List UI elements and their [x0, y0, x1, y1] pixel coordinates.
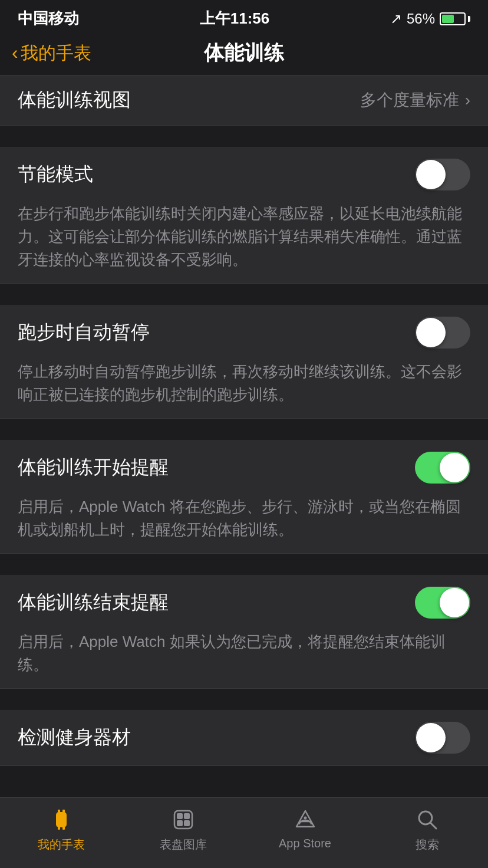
section-separator-1 [0, 126, 488, 147]
end-reminder-row: 体能训练结束提醒 启用后，Apple Watch 如果认为您已完成，将提醒您结束… [0, 575, 488, 689]
power-saving-toggle[interactable] [415, 159, 470, 190]
auto-pause-description: 停止移动时自动暂停跑步训练，再次移动时继续该训练。这不会影响正被已连接的跑步机控… [0, 360, 488, 418]
tab-app-store[interactable]: App Store [264, 805, 347, 850]
svg-rect-7 [177, 813, 183, 819]
power-saving-label: 节能模式 [18, 162, 93, 188]
svg-point-11 [304, 817, 306, 820]
section-separator-5 [0, 689, 488, 710]
back-label: 我的手表 [21, 41, 91, 65]
tab-bar: 我的手表 表盘图库 App Store [0, 797, 488, 868]
settings-content: 体能训练视图 多个度量标准 › 节能模式 在步行和跑步体能训练时关闭内建心率感应… [0, 75, 488, 843]
toggle-thumb [416, 318, 446, 347]
workout-view-value: 多个度量标准 › [360, 89, 470, 111]
start-reminder-toggle[interactable] [415, 452, 470, 484]
end-reminder-label: 体能训练结束提醒 [18, 590, 169, 616]
section-separator-4 [0, 554, 488, 575]
watch-face-icon [169, 805, 198, 834]
tab-watch-face-label: 表盘图库 [160, 837, 207, 853]
app-store-icon [291, 805, 320, 834]
svg-rect-9 [177, 820, 183, 826]
svg-rect-3 [62, 810, 65, 813]
section-separator-3 [0, 419, 488, 440]
auto-pause-toggle[interactable] [415, 317, 470, 348]
svg-rect-5 [62, 827, 65, 830]
chevron-right-icon: › [465, 91, 470, 110]
svg-rect-1 [57, 813, 65, 826]
carrier-label: 中国移动 [18, 8, 79, 29]
status-right: ↗ 56% [390, 11, 470, 27]
start-reminder-label: 体能训练开始提醒 [18, 455, 169, 481]
tab-app-store-label: App Store [279, 837, 331, 850]
back-button[interactable]: ‹ 我的手表 [12, 41, 91, 65]
workout-view-row[interactable]: 体能训练视图 多个度量标准 › [0, 75, 488, 126]
start-reminder-row: 体能训练开始提醒 启用后，Apple Watch 将在您跑步、步行、游泳时，或当… [0, 440, 488, 554]
svg-rect-2 [58, 810, 60, 813]
section-separator-2 [0, 284, 488, 305]
location-icon: ↗ [390, 11, 402, 27]
toggle-thumb [416, 160, 446, 189]
tab-search[interactable]: 搜索 [386, 805, 469, 853]
svg-rect-4 [58, 827, 60, 830]
page-title: 体能训练 [204, 40, 284, 67]
svg-rect-8 [184, 813, 190, 819]
svg-rect-10 [184, 820, 190, 826]
end-reminder-description: 启用后，Apple Watch 如果认为您已完成，将提醒您结束体能训练。 [0, 630, 488, 688]
chevron-left-icon: ‹ [12, 42, 18, 64]
power-saving-row: 节能模式 在步行和跑步体能训练时关闭内建心率感应器，以延长电池续航能力。这可能会… [0, 147, 488, 284]
detect-equipment-toggle[interactable] [415, 722, 470, 754]
my-watch-icon [47, 805, 76, 834]
end-reminder-toggle[interactable] [415, 587, 470, 619]
time-label: 上午11:56 [200, 8, 270, 29]
toggle-thumb [416, 723, 446, 752]
power-saving-description: 在步行和跑步体能训练时关闭内建心率感应器，以延长电池续航能力。这可能会让部分体能… [0, 202, 488, 283]
svg-line-13 [430, 823, 436, 828]
svg-rect-6 [174, 811, 192, 828]
tab-my-watch[interactable]: 我的手表 [20, 805, 103, 853]
search-icon [413, 805, 442, 834]
battery-percent: 56% [407, 11, 435, 27]
tab-my-watch-label: 我的手表 [38, 837, 85, 853]
tab-search-label: 搜索 [416, 837, 439, 853]
detect-equipment-row: 检测健身器材 [0, 710, 488, 766]
auto-pause-label: 跑步时自动暂停 [18, 320, 150, 346]
auto-pause-row: 跑步时自动暂停 停止移动时自动暂停跑步训练，再次移动时继续该训练。这不会影响正被… [0, 305, 488, 419]
detect-equipment-label: 检测健身器材 [18, 725, 131, 751]
workout-view-label: 体能训练视图 [18, 87, 131, 113]
tab-watch-face[interactable]: 表盘图库 [142, 805, 225, 853]
toggle-thumb [440, 588, 469, 617]
status-bar: 中国移动 上午11:56 ↗ 56% [0, 0, 488, 34]
workout-view-value-text: 多个度量标准 [360, 89, 459, 111]
nav-header: ‹ 我的手表 体能训练 [0, 34, 488, 75]
toggle-thumb [440, 453, 469, 482]
battery-icon [440, 12, 470, 25]
start-reminder-description: 启用后，Apple Watch 将在您跑步、步行、游泳时，或当您在椭圆机或划船机… [0, 495, 488, 553]
